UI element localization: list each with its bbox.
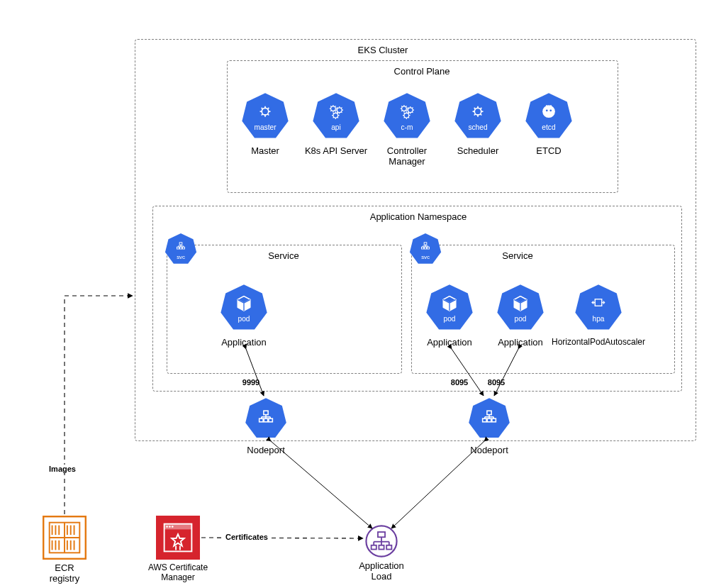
port-s1: 9999 xyxy=(242,378,259,387)
edge-certs-label: Certificates xyxy=(223,533,270,541)
hpa-icon: hpa xyxy=(574,284,623,332)
edge-images-label: Images xyxy=(47,465,78,473)
acm-icon xyxy=(156,516,200,562)
svg-text:hpa: hpa xyxy=(593,315,605,323)
nodeport-1-label: Nodeport xyxy=(247,445,284,455)
ecr-icon xyxy=(43,516,86,562)
svg-text:pod: pod xyxy=(238,315,250,323)
svg-text:pod: pod xyxy=(515,315,527,323)
port-s2b: 8095 xyxy=(488,378,505,387)
acm-label: AWS Certificate Manager xyxy=(143,562,213,582)
svg-text:pod: pod xyxy=(444,315,456,323)
service-box-1 xyxy=(167,245,402,374)
nodeport-2-icon xyxy=(468,397,510,440)
svc-badge-2-icon: svc xyxy=(409,233,442,265)
nodeport-1-icon xyxy=(245,397,287,440)
k8s-master-icon: master xyxy=(241,92,289,140)
app-namespace-title: Application Namespace xyxy=(370,211,467,222)
svg-rect-59 xyxy=(156,516,200,560)
ecr-label: ECR registry xyxy=(40,562,89,584)
alb-icon xyxy=(365,525,398,560)
port-s2a: 8095 xyxy=(451,378,468,387)
pod-s2a-icon: pod xyxy=(425,284,474,332)
alb-label: Application Load xyxy=(350,560,413,582)
k8s-sched-label: Scheduler xyxy=(457,145,499,156)
k8s-cm-label: Controller Manager xyxy=(379,145,435,167)
k8s-master-label: Master xyxy=(251,145,279,156)
pod-s2b-label: Application xyxy=(498,337,543,348)
svg-point-64 xyxy=(172,526,174,528)
svg-point-62 xyxy=(166,526,168,528)
service-title-1: Service xyxy=(268,250,298,261)
eks-cluster-title: EKS Cluster xyxy=(358,45,408,55)
svg-text:etcd: etcd xyxy=(542,123,556,131)
pod-s2b-icon: pod xyxy=(496,284,545,332)
k8s-etcd-icon: etcd xyxy=(525,92,573,140)
k8s-master-tag: master xyxy=(254,123,277,131)
nodeport-2-label: Nodeport xyxy=(470,445,508,455)
k8s-sched-icon: sched xyxy=(454,92,502,140)
svc-badge-1-icon: svc xyxy=(164,233,197,265)
k8s-etcd-label: ETCD xyxy=(536,145,561,156)
svg-rect-61 xyxy=(164,524,192,530)
svg-point-63 xyxy=(169,526,171,528)
pod-s1-icon: pod xyxy=(220,284,268,332)
k8s-cm-icon: c-m xyxy=(383,92,431,140)
pod-s1-label: Application xyxy=(221,337,267,348)
svg-text:c-m: c-m xyxy=(401,123,413,131)
service-title-2: Service xyxy=(502,250,532,261)
hpa-label: HorizontalPodAutoscaler xyxy=(552,337,645,347)
svg-text:svc: svc xyxy=(177,254,185,260)
k8s-api-label: K8s API Server xyxy=(305,145,367,156)
svg-text:api: api xyxy=(331,123,341,131)
svg-text:svc: svc xyxy=(421,254,430,260)
pod-s2a-label: Application xyxy=(427,337,472,348)
svg-text:sched: sched xyxy=(468,123,488,131)
k8s-api-icon: api xyxy=(312,92,360,140)
control-plane-title: Control Plane xyxy=(394,66,450,77)
